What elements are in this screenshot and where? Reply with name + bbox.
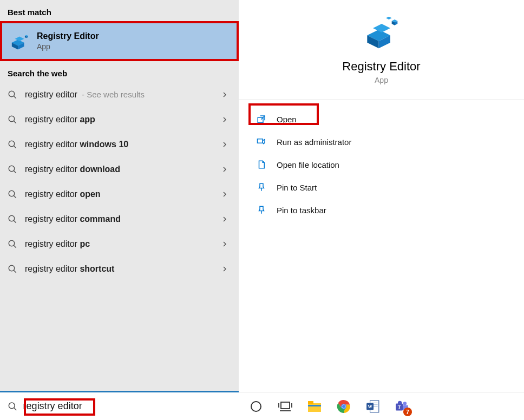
preview-subtitle: App xyxy=(375,76,388,84)
web-results-list: registry editor - See web resultsregistr… xyxy=(0,82,239,281)
chevron-right-icon xyxy=(221,216,228,222)
web-result-label: registry editor shortcut xyxy=(25,264,114,274)
cortana-icon[interactable] xyxy=(248,399,264,414)
web-result-item[interactable]: registry editor open xyxy=(0,182,239,207)
action-pin-taskbar-label: Pin to taskbar xyxy=(277,206,326,215)
search-icon xyxy=(8,264,17,274)
search-icon xyxy=(8,165,17,174)
svg-marker-32 xyxy=(386,17,392,19)
web-result-label: registry editor windows 10 xyxy=(25,140,128,149)
search-web-header: Search the web xyxy=(0,61,239,82)
svg-line-10 xyxy=(14,121,16,123)
search-icon xyxy=(8,90,17,100)
preview-header: Registry Editor App xyxy=(239,0,524,100)
chevron-right-icon xyxy=(221,191,228,198)
chevron-right-icon xyxy=(221,141,228,148)
search-icon xyxy=(8,401,18,412)
shield-admin-icon xyxy=(256,136,267,147)
svg-line-22 xyxy=(14,270,16,273)
chevron-right-icon xyxy=(221,166,228,173)
web-result-item[interactable]: registry editor command xyxy=(0,207,239,232)
teams-icon[interactable]: T 7 xyxy=(395,399,410,414)
svg-point-55 xyxy=(403,402,407,405)
svg-point-15 xyxy=(9,191,15,196)
web-result-item[interactable]: registry editor pc xyxy=(0,232,239,257)
search-icon xyxy=(8,140,17,149)
web-result-item[interactable]: registry editor - See web results xyxy=(0,82,239,107)
web-result-item[interactable]: registry editor windows 10 xyxy=(0,132,239,157)
svg-rect-38 xyxy=(281,402,290,409)
svg-point-17 xyxy=(9,215,15,221)
actions-list: Open Run as administrator Open file loca… xyxy=(239,100,524,221)
chevron-right-icon xyxy=(221,241,228,247)
svg-line-18 xyxy=(14,220,16,223)
teams-badge: 7 xyxy=(403,408,412,416)
action-open-location[interactable]: Open file location xyxy=(239,153,524,176)
svg-line-24 xyxy=(14,408,17,410)
search-icon xyxy=(8,189,17,199)
svg-point-9 xyxy=(9,116,15,122)
svg-text:T: T xyxy=(398,404,401,410)
svg-point-13 xyxy=(9,166,15,172)
search-icon xyxy=(8,239,17,249)
web-result-label: registry editor app xyxy=(25,115,95,124)
svg-rect-43 xyxy=(308,401,313,404)
svg-point-21 xyxy=(9,265,15,271)
chevron-right-icon xyxy=(221,91,228,98)
best-match-result[interactable]: Registry Editor App xyxy=(0,21,239,61)
best-match-subtitle: App xyxy=(37,42,99,51)
preview-panel: Registry Editor App Open Run as administ… xyxy=(239,0,524,420)
action-pin-taskbar[interactable]: Pin to taskbar xyxy=(239,199,524,221)
web-result-item[interactable]: registry editor download xyxy=(0,157,239,182)
svg-rect-44 xyxy=(308,405,321,406)
web-result-label: registry editor pc xyxy=(25,239,90,249)
open-icon xyxy=(256,114,267,124)
word-icon[interactable]: W xyxy=(365,399,381,414)
action-pin-start-label: Pin to Start xyxy=(277,183,317,192)
file-location-icon xyxy=(256,159,267,170)
svg-point-23 xyxy=(9,403,15,409)
chevron-right-icon xyxy=(221,116,228,123)
action-open[interactable]: Open xyxy=(239,108,524,130)
svg-marker-28 xyxy=(373,24,390,32)
action-run-admin[interactable]: Run as administrator xyxy=(239,130,524,153)
registry-editor-icon xyxy=(10,31,29,51)
svg-point-11 xyxy=(9,141,15,147)
task-view-icon[interactable] xyxy=(278,399,293,414)
svg-line-20 xyxy=(14,245,16,248)
best-match-header: Best match xyxy=(0,0,239,21)
web-result-label: registry editor open xyxy=(25,189,101,199)
svg-rect-34 xyxy=(258,139,263,143)
best-match-title: Registry Editor xyxy=(37,31,99,41)
svg-point-19 xyxy=(9,240,15,246)
svg-point-48 xyxy=(342,405,345,408)
search-icon xyxy=(8,214,17,224)
svg-line-16 xyxy=(14,195,16,198)
action-run-admin-label: Run as administrator xyxy=(277,137,351,147)
web-result-label: registry editor download xyxy=(25,165,120,174)
svg-line-14 xyxy=(14,170,16,173)
svg-line-8 xyxy=(14,96,16,99)
search-icon xyxy=(8,115,17,124)
search-input[interactable] xyxy=(23,401,231,412)
preview-title: Registry Editor xyxy=(342,60,420,74)
search-bar[interactable] xyxy=(0,391,239,420)
svg-point-37 xyxy=(251,402,261,411)
web-result-item[interactable]: registry editor shortcut xyxy=(0,257,239,281)
action-open-label: Open xyxy=(277,115,297,124)
svg-rect-42 xyxy=(308,403,321,412)
action-open-location-label: Open file location xyxy=(277,160,339,169)
registry-editor-icon-large xyxy=(364,15,399,50)
chrome-icon[interactable] xyxy=(336,399,351,414)
file-explorer-icon[interactable] xyxy=(307,399,322,414)
svg-text:W: W xyxy=(368,404,372,409)
chevron-right-icon xyxy=(221,266,228,272)
pin-taskbar-icon xyxy=(256,205,267,215)
svg-marker-3 xyxy=(15,37,24,42)
web-result-item[interactable]: registry editor app xyxy=(0,107,239,132)
search-results-panel: Best match Registry Editor xyxy=(0,0,239,420)
web-result-label: registry editor - See web results xyxy=(25,90,145,100)
svg-point-7 xyxy=(9,91,15,97)
action-pin-start[interactable]: Pin to Start xyxy=(239,176,524,199)
pin-start-icon xyxy=(256,182,267,193)
